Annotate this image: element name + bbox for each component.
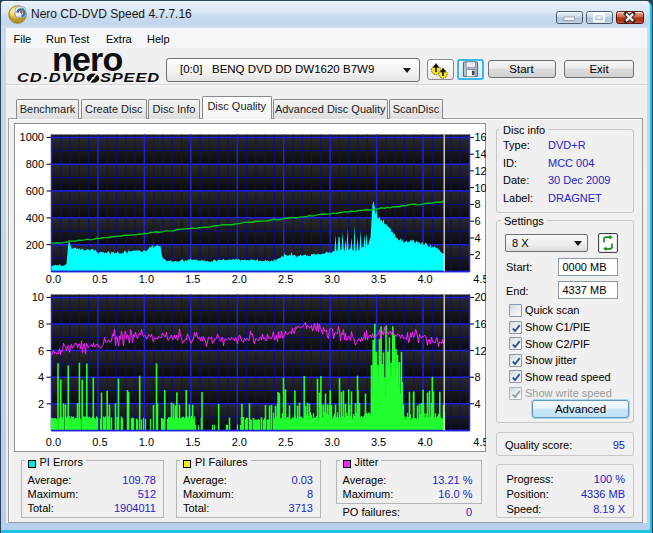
svg-text:4.5: 4.5	[473, 436, 486, 448]
svg-text:6: 6	[38, 345, 44, 357]
svg-text:12: 12	[475, 345, 487, 357]
svg-text:1.5: 1.5	[185, 273, 200, 285]
svg-text:4: 4	[475, 232, 481, 244]
svg-text:16: 16	[475, 318, 487, 330]
svg-text:3.5: 3.5	[371, 273, 386, 285]
svg-text:3.0: 3.0	[325, 436, 340, 448]
svg-text:0.0: 0.0	[46, 436, 61, 448]
svg-text:1.0: 1.0	[139, 273, 154, 285]
svg-text:200: 200	[26, 239, 44, 251]
svg-text:1.5: 1.5	[185, 436, 200, 448]
svg-text:2: 2	[475, 249, 481, 261]
svg-text:0.0: 0.0	[46, 273, 61, 285]
svg-text:1.0: 1.0	[139, 436, 154, 448]
svg-text:0.5: 0.5	[92, 273, 107, 285]
svg-text:14: 14	[475, 148, 487, 160]
svg-text:4.5: 4.5	[473, 273, 486, 285]
svg-text:4.0: 4.0	[417, 436, 432, 448]
svg-text:4: 4	[475, 398, 481, 410]
svg-text:8: 8	[475, 198, 481, 210]
svg-text:400: 400	[26, 212, 44, 224]
svg-text:3.0: 3.0	[325, 273, 340, 285]
svg-text:8: 8	[38, 318, 44, 330]
svg-text:6: 6	[475, 215, 481, 227]
svg-text:800: 800	[26, 158, 44, 170]
svg-text:2.5: 2.5	[278, 436, 293, 448]
svg-text:8: 8	[475, 371, 481, 383]
svg-text:10: 10	[32, 291, 44, 303]
svg-text:600: 600	[26, 185, 44, 197]
svg-text:2.5: 2.5	[278, 273, 293, 285]
svg-text:2: 2	[38, 398, 44, 410]
svg-text:20: 20	[475, 291, 487, 303]
svg-text:4: 4	[38, 371, 44, 383]
svg-text:2.0: 2.0	[232, 436, 247, 448]
svg-text:3.5: 3.5	[371, 436, 386, 448]
svg-text:4.0: 4.0	[417, 273, 432, 285]
svg-text:10: 10	[475, 182, 487, 194]
svg-text:2.0: 2.0	[232, 273, 247, 285]
svg-text:1000: 1000	[20, 131, 44, 143]
svg-text:12: 12	[475, 165, 487, 177]
svg-text:16: 16	[475, 131, 487, 143]
svg-text:0.5: 0.5	[92, 436, 107, 448]
